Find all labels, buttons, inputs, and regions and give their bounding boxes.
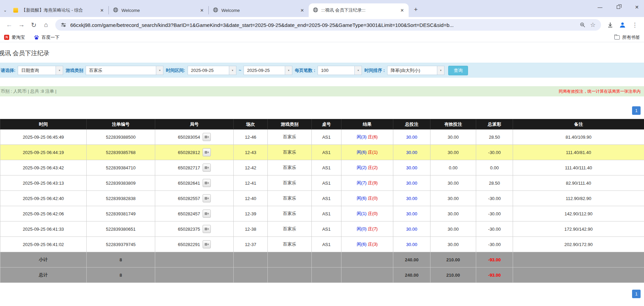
video-replay-button[interactable] <box>203 179 211 187</box>
cell-payout: -30.00 <box>476 206 513 221</box>
result-banker: 庄(3) <box>368 242 378 247</box>
footer-empty-cell <box>268 267 312 283</box>
video-icon <box>204 196 209 201</box>
bookmark-label: 爱淘宝 <box>12 34 25 41</box>
all-bookmarks-button[interactable]: 所有书签 <box>614 34 640 41</box>
page-number-button[interactable]: 1 <box>632 106 641 115</box>
total-bet-link[interactable]: 30.00 <box>406 211 418 216</box>
reload-button[interactable]: ↻ <box>28 19 40 31</box>
result-player: 闲(3) <box>357 134 367 139</box>
new-tab-button[interactable]: + <box>411 4 421 15</box>
tab-1[interactable]: Welcome✕ <box>109 6 209 14</box>
tab-close-icon[interactable]: ✕ <box>199 7 205 13</box>
tab-search-icon[interactable]: ⌄ <box>1 5 9 15</box>
footer-count: 8 <box>87 267 155 283</box>
video-replay-button[interactable] <box>203 240 211 248</box>
video-replay-button[interactable] <box>203 210 211 218</box>
tab-close-icon[interactable]: ✕ <box>299 7 305 13</box>
table-row: 2025-09-25 06:44:19522839385768650282812… <box>0 145 644 160</box>
video-replay-button[interactable] <box>203 164 211 172</box>
date-end-select[interactable]: 2025-09-25 ▼ <box>244 66 292 75</box>
page-number-button[interactable]: 1 <box>632 290 641 298</box>
footer-empty-cell <box>234 252 268 267</box>
close-button[interactable]: ✕ <box>632 3 641 12</box>
video-replay-button[interactable] <box>203 148 211 156</box>
download-icon[interactable] <box>604 19 616 31</box>
chevron-down-icon: ▼ <box>354 66 362 75</box>
tab-2[interactable]: Welcome✕ <box>209 6 309 14</box>
result-banker: 庄(7) <box>368 226 378 231</box>
cell-payout: -30.00 <box>476 221 513 237</box>
bookmark-item-baidu[interactable]: 百度一下 <box>34 34 59 41</box>
sort-select[interactable]: 降幂(由大到小) ▼ <box>387 66 444 75</box>
total-bet-link[interactable]: 30.00 <box>406 135 418 140</box>
total-bet-link[interactable]: 30.00 <box>406 196 418 201</box>
game-type-select[interactable]: 百家乐 ▼ <box>86 66 163 75</box>
cell-game-type: 百家乐 <box>268 129 312 145</box>
bet-records-table: 时间注单编号局号场次游戏类别桌号结果总投注有效投注总派彩备注 2025-09-2… <box>0 119 644 283</box>
cell-session: 12-41 <box>234 175 268 191</box>
minimize-button[interactable]: — <box>596 3 604 12</box>
sort-value: 降幂(由大到小) <box>387 66 437 75</box>
folder-icon <box>614 35 620 40</box>
restore-button[interactable] <box>614 3 623 12</box>
cell-round-id: 650282457 <box>155 206 234 221</box>
menu-kebab-icon[interactable]: ⋮ <box>629 19 641 31</box>
total-bet-link[interactable]: 30.00 <box>406 181 418 186</box>
column-header: 注单编号 <box>87 119 155 129</box>
cell-valid-bet: 30.00 <box>430 191 476 206</box>
tab-0[interactable]: 【新提醒】海燕策略论坛 - 综合✕ <box>9 6 109 14</box>
cell-payout: -30.00 <box>476 145 513 160</box>
search-button[interactable]: 查询 <box>448 66 468 75</box>
round-number: 650282557 <box>178 196 200 201</box>
video-icon <box>204 181 209 185</box>
globe-favicon-icon <box>313 7 318 14</box>
video-replay-button[interactable] <box>203 133 211 141</box>
address-bar[interactable]: 66cxkj98.com/game/betrecord_search/kind3… <box>55 19 601 31</box>
page-content: 视讯 会员下注纪录 请选择: 日期查询 ▼ 游戏类别 百家乐 ▼ 时间区间: 2… <box>0 49 644 298</box>
footer-empty-cell <box>513 267 644 283</box>
date-start-select[interactable]: 2025-09-25 ▼ <box>188 66 236 75</box>
tab-active[interactable]: :::视讯 会员下注纪录:::✕ <box>309 3 409 17</box>
bookmark-item-aitaobao[interactable]: 淘 爱淘宝 <box>4 34 25 41</box>
cell-remark: 172.90/142.90 <box>513 221 644 237</box>
tab-close-icon[interactable]: ✕ <box>99 7 105 13</box>
profile-icon[interactable] <box>617 19 628 31</box>
range-separator: ~ <box>239 68 241 73</box>
home-button[interactable]: ⌂ <box>40 19 52 31</box>
video-icon <box>204 242 209 247</box>
zoom-icon[interactable] <box>579 21 586 28</box>
bet-table-body: 2025-09-25 06:45:49522839388500650283054… <box>0 129 644 252</box>
cell-game-type: 百家乐 <box>268 191 312 206</box>
bookmark-star-icon[interactable]: ☆ <box>589 21 596 28</box>
result-banker: 庄(0) <box>368 211 378 216</box>
video-icon <box>204 150 209 155</box>
cell-valid-bet: 30.00 <box>430 129 476 145</box>
back-button[interactable]: ← <box>3 19 15 31</box>
cell-session: 12-42 <box>234 160 268 175</box>
per-page-select[interactable]: 100 ▼ <box>318 66 362 75</box>
cell-remark: 82.90/111.40 <box>513 175 644 191</box>
video-replay-button[interactable] <box>203 225 211 233</box>
query-type-select[interactable]: 日期查询 ▼ <box>18 66 63 75</box>
site-settings-icon[interactable] <box>60 21 67 28</box>
tab-close-icon[interactable]: ✕ <box>399 7 405 13</box>
total-bet-link[interactable]: 30.00 <box>406 227 418 232</box>
tab-title: :::视讯 会员下注纪录::: <box>321 7 396 13</box>
cell-game-type: 百家乐 <box>268 221 312 237</box>
forward-button[interactable]: → <box>16 19 27 31</box>
cell-table-no: AS1 <box>312 175 341 191</box>
cell-bet-id: 522839381749 <box>87 206 155 221</box>
video-icon <box>204 211 209 216</box>
url-text[interactable]: 66cxkj98.com/game/betrecord_search/kind3… <box>70 22 576 28</box>
video-replay-button[interactable] <box>203 194 211 202</box>
footer-count: 8 <box>87 252 155 267</box>
total-bet-link[interactable]: 30.00 <box>406 165 418 170</box>
cell-round-id: 650283054 <box>155 129 234 145</box>
total-bet-link[interactable]: 30.00 <box>406 242 418 247</box>
total-bet-link[interactable]: 30.00 <box>406 150 418 155</box>
query-type-label: 请选择: <box>1 67 15 74</box>
date-start-value: 2025-09-25 <box>188 66 229 75</box>
tabs-container: 【新提醒】海燕策略论坛 - 综合✕Welcome✕Welcome✕:::视讯 会… <box>9 0 409 17</box>
footer-payout: -93.00 <box>476 252 513 267</box>
